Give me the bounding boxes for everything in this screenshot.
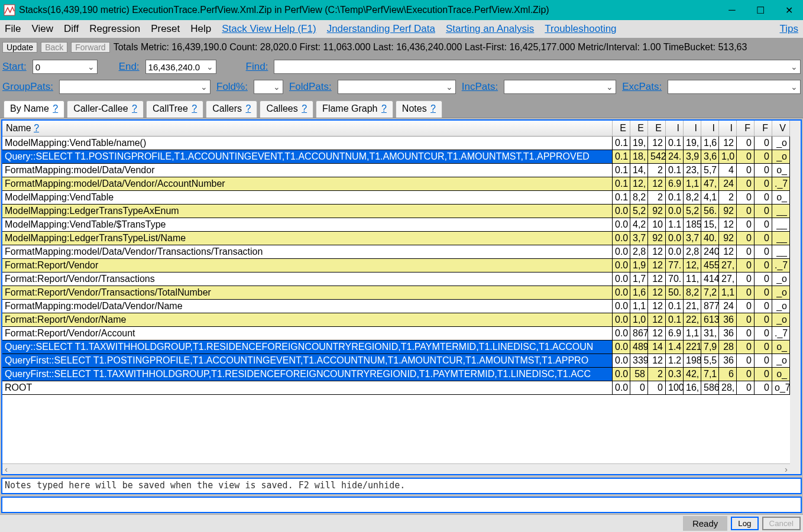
table-row[interactable]: Format:Report/Vendor/Account0.0867126.91… bbox=[2, 327, 790, 340]
row-value[interactable]: 1,1 bbox=[684, 177, 701, 190]
foldpats-label[interactable]: FoldPats: bbox=[289, 81, 332, 93]
menu-help[interactable]: Help bbox=[190, 23, 211, 35]
row-name[interactable]: Query::SELECT T1.TAXWITHHOLDGROUP,T1.RES… bbox=[2, 340, 613, 353]
row-value[interactable]: 0 bbox=[755, 150, 772, 163]
row-value[interactable]: 877 bbox=[701, 300, 719, 313]
cancel-button[interactable]: Cancel bbox=[762, 517, 801, 530]
row-value[interactable]: 36 bbox=[719, 313, 737, 326]
row-value[interactable]: 0 bbox=[755, 137, 772, 150]
row-name[interactable]: ModelMapping:LedgerTransTypeAxEnum bbox=[2, 205, 613, 218]
row-value[interactable]: 0 bbox=[755, 245, 772, 258]
row-value[interactable]: 0 bbox=[737, 300, 755, 313]
row-value[interactable]: 5,2 bbox=[630, 205, 648, 218]
row-name[interactable]: QueryFirst::SELECT T1.POSTINGPROFILE,T1.… bbox=[2, 354, 613, 367]
row-value[interactable]: 0.0 bbox=[613, 259, 630, 272]
row-value[interactable]: 0 bbox=[755, 177, 772, 190]
log-button[interactable]: Log bbox=[731, 517, 758, 530]
table-row[interactable]: ROOT0.00010016,58628,00o_7 bbox=[2, 381, 790, 395]
row-value[interactable]: ._7 bbox=[772, 177, 790, 190]
table-row[interactable]: FormatMapping:model/Data/Vendor/AccountN… bbox=[2, 177, 790, 191]
menu-regression[interactable]: Regression bbox=[89, 23, 140, 35]
horizontal-scrollbar[interactable]: ‹› bbox=[2, 463, 790, 474]
tab-by-name[interactable]: By Name ? bbox=[4, 100, 64, 118]
row-value[interactable]: 613 bbox=[701, 313, 719, 326]
row-value[interactable]: 0 bbox=[737, 205, 755, 218]
row-value[interactable]: 0 bbox=[755, 273, 772, 286]
col-0[interactable]: E bbox=[613, 121, 630, 136]
row-value[interactable]: o_ bbox=[772, 368, 790, 381]
row-value[interactable]: 12, bbox=[630, 177, 648, 190]
row-value[interactable]: __ bbox=[772, 218, 790, 231]
row-value[interactable]: 0.1 bbox=[666, 300, 684, 313]
row-value[interactable]: 0.0 bbox=[613, 368, 630, 381]
table-row[interactable]: FormatMapping:model/Data/Vendor0.114,20.… bbox=[2, 164, 790, 177]
minimize-button[interactable]: ─ bbox=[718, 0, 746, 20]
row-value[interactable]: _o bbox=[772, 354, 790, 367]
row-value[interactable]: 0 bbox=[737, 327, 755, 340]
row-name[interactable]: QueryFirst::SELECT T1.TAXWITHHOLDGROUP,T… bbox=[2, 368, 613, 381]
row-value[interactable]: 0 bbox=[755, 300, 772, 313]
row-value[interactable]: 0 bbox=[755, 327, 772, 340]
row-value[interactable]: 489 bbox=[630, 340, 648, 353]
row-value[interactable]: 24. bbox=[666, 150, 684, 163]
row-value[interactable]: 3,9 bbox=[684, 150, 701, 163]
row-value[interactable]: o_ bbox=[772, 164, 790, 177]
row-value[interactable]: 27, bbox=[719, 259, 737, 272]
row-value[interactable]: 542 bbox=[648, 150, 666, 163]
row-value[interactable]: 23, bbox=[684, 164, 701, 177]
row-value[interactable]: 0.3 bbox=[666, 368, 684, 381]
row-value[interactable]: 0.1 bbox=[613, 150, 630, 163]
close-button[interactable]: ✕ bbox=[775, 0, 803, 20]
row-value[interactable]: 0 bbox=[737, 191, 755, 204]
row-value[interactable]: 27, bbox=[719, 273, 737, 286]
row-value[interactable]: 92 bbox=[648, 205, 666, 218]
row-value[interactable]: 221 bbox=[684, 340, 701, 353]
row-value[interactable]: 92 bbox=[719, 232, 737, 245]
row-value[interactable]: 3,7 bbox=[630, 232, 648, 245]
row-value[interactable]: 1,1 bbox=[719, 286, 737, 299]
row-value[interactable]: 8,2 bbox=[684, 191, 701, 204]
row-value[interactable]: 0 bbox=[737, 218, 755, 231]
row-value[interactable]: 455 bbox=[701, 259, 719, 272]
table-row[interactable]: ModelMapping:LedgerTransTypeAxEnum0.05,2… bbox=[2, 205, 790, 218]
row-value[interactable]: 36 bbox=[719, 354, 737, 367]
row-name[interactable]: ModelMapping:VendTable/name() bbox=[2, 137, 613, 150]
row-value[interactable]: _o bbox=[772, 273, 790, 286]
foldpct-label[interactable]: Fold%: bbox=[216, 81, 248, 93]
row-value[interactable]: 11, bbox=[684, 273, 701, 286]
menu-file[interactable]: File bbox=[5, 23, 21, 35]
row-value[interactable]: 12 bbox=[719, 218, 737, 231]
row-value[interactable]: 12 bbox=[719, 137, 737, 150]
table-row[interactable]: Format:Report/Vendor/Transactions/TotalN… bbox=[2, 286, 790, 300]
row-value[interactable]: 24 bbox=[719, 177, 737, 190]
row-value[interactable]: 0 bbox=[737, 273, 755, 286]
row-value[interactable]: 0.0 bbox=[613, 232, 630, 245]
row-value[interactable]: _o bbox=[772, 137, 790, 150]
table-row[interactable]: Format:Report/Vendor0.01,91277.12,45527,… bbox=[2, 259, 790, 273]
row-value[interactable]: 1,1 bbox=[684, 327, 701, 340]
tab-calltree[interactable]: CallTree ? bbox=[146, 100, 203, 118]
row-value[interactable]: 2,8 bbox=[684, 245, 701, 258]
row-value[interactable]: 0.0 bbox=[613, 218, 630, 231]
row-value[interactable]: 12 bbox=[648, 273, 666, 286]
row-value[interactable]: 1,1 bbox=[630, 300, 648, 313]
row-value[interactable]: 12 bbox=[648, 137, 666, 150]
row-value[interactable]: 0.0 bbox=[613, 300, 630, 313]
incpats-input[interactable] bbox=[504, 80, 616, 94]
row-value[interactable]: 4,2 bbox=[630, 218, 648, 231]
foldpct-input[interactable] bbox=[254, 80, 283, 94]
row-value[interactable]: 586 bbox=[701, 381, 719, 394]
command-input[interactable] bbox=[1, 497, 802, 513]
incpats-label[interactable]: IncPats: bbox=[462, 81, 498, 93]
row-value[interactable]: 0.0 bbox=[666, 205, 684, 218]
row-value[interactable]: 19, bbox=[684, 137, 701, 150]
col-5[interactable]: I bbox=[701, 121, 719, 136]
col-4[interactable]: I bbox=[684, 121, 701, 136]
row-value[interactable]: 1,7 bbox=[630, 273, 648, 286]
tab-flame-graph[interactable]: Flame Graph ? bbox=[316, 100, 393, 118]
row-value[interactable]: 0.1 bbox=[666, 191, 684, 204]
row-value[interactable]: 4 bbox=[719, 164, 737, 177]
row-value[interactable]: 185 bbox=[684, 218, 701, 231]
row-value[interactable]: 7,9 bbox=[701, 340, 719, 353]
row-value[interactable]: 77. bbox=[666, 259, 684, 272]
